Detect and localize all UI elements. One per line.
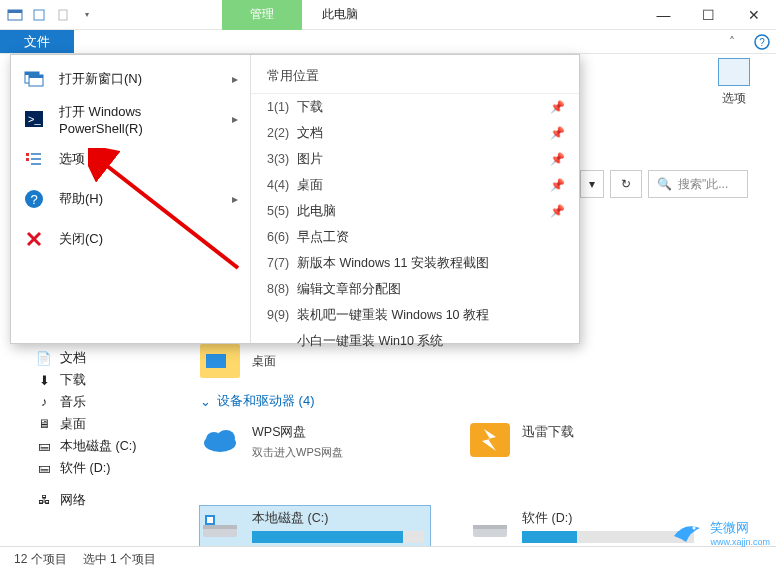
chevron-right-icon: ▸ xyxy=(232,72,238,86)
flyout-item[interactable]: 8(8)编辑文章部分配图 xyxy=(251,276,579,302)
flyout-label: 编辑文章部分配图 xyxy=(297,281,401,298)
ribbon-tab-manage[interactable]: 管理 xyxy=(222,0,302,30)
flyout-item[interactable]: 1(1)下载📌 xyxy=(251,94,579,120)
flyout-item[interactable]: 小白一键重装 Win10 系统 xyxy=(251,328,579,354)
minimize-button[interactable]: — xyxy=(641,0,686,30)
flyout-item[interactable]: 5(5)此电脑📌 xyxy=(251,198,579,224)
flyout-label: 文档 xyxy=(297,125,323,142)
file-item-powershell[interactable]: >_ 打开 Windows PowerShell(R) ▸ xyxy=(11,99,250,139)
file-menu-list: 打开新窗口(N) ▸ >_ 打开 Windows PowerShell(R) ▸… xyxy=(11,55,251,343)
svg-rect-12 xyxy=(26,153,29,156)
flyout-item[interactable]: 9(9)装机吧一键重装 Windows 10 教程 xyxy=(251,302,579,328)
pin-icon: 📌 xyxy=(550,100,565,114)
drive-icon: 🖴 xyxy=(36,460,52,476)
quick-access-toolbar: ▾ xyxy=(0,4,102,26)
nav-item[interactable]: ♪音乐 xyxy=(36,391,186,413)
flyout-label: 下载 xyxy=(297,99,323,116)
folder-label: 桌面 xyxy=(252,353,276,370)
flyout-num: 9(9) xyxy=(267,308,297,322)
svg-rect-3 xyxy=(59,10,67,20)
desktop-icon: 🖥 xyxy=(36,416,52,432)
qat-dropdown-icon[interactable]: ▾ xyxy=(76,4,98,26)
flyout-item[interactable]: 4(4)桌面📌 xyxy=(251,172,579,198)
drive-icon: 🖴 xyxy=(36,438,52,454)
qat-properties-icon[interactable] xyxy=(28,4,50,26)
file-item-label: 打开新窗口(N) xyxy=(59,70,218,88)
new-window-icon xyxy=(23,68,45,90)
maximize-button[interactable]: ☐ xyxy=(686,0,731,30)
drive-item[interactable]: WPS网盘双击进入WPS网盘 xyxy=(200,420,430,466)
status-selection: 选中 1 个项目 xyxy=(83,551,156,568)
collapse-ribbon-icon[interactable]: ˄ xyxy=(716,30,748,53)
flyout-item[interactable]: 6(6)早点工资 xyxy=(251,224,579,250)
drive-icon xyxy=(470,420,510,460)
refresh-button[interactable]: ↻ xyxy=(610,170,642,198)
svg-rect-13 xyxy=(26,158,29,161)
help-icon[interactable]: ? xyxy=(748,30,776,53)
file-item-new-window[interactable]: 打开新窗口(N) ▸ xyxy=(11,59,250,99)
svg-rect-9 xyxy=(29,75,43,78)
flyout-label: 桌面 xyxy=(297,177,323,194)
powershell-icon: >_ xyxy=(23,108,45,130)
nav-item[interactable]: ⬇下载 xyxy=(36,369,186,391)
nav-item[interactable]: 🖴软件 (D:) xyxy=(36,457,186,479)
chevron-down-icon: ⌄ xyxy=(200,394,211,409)
pin-icon: 📌 xyxy=(550,152,565,166)
drive-item[interactable]: 迅雷下载 xyxy=(470,420,700,466)
pin-icon: 📌 xyxy=(550,126,565,140)
ribbon-options[interactable]: 选项 xyxy=(704,58,764,107)
file-item-close[interactable]: 关闭(C) xyxy=(11,219,250,259)
nav-label: 本地磁盘 (C:) xyxy=(60,438,136,455)
nav-label: 网络 xyxy=(60,492,86,509)
drive-name: 本地磁盘 (C:) xyxy=(252,510,424,527)
status-item-count: 12 个项目 xyxy=(14,551,67,568)
section-header-devices[interactable]: ⌄ 设备和驱动器 (4) xyxy=(200,392,766,410)
chevron-right-icon: ▸ xyxy=(232,192,238,206)
flyout-num: 6(6) xyxy=(267,230,297,244)
nav-label: 下载 xyxy=(60,372,86,389)
flyout-item[interactable]: 3(3)图片📌 xyxy=(251,146,579,172)
search-input[interactable]: 🔍 搜索"此... xyxy=(648,170,748,198)
nav-item[interactable]: 🖴本地磁盘 (C:) xyxy=(36,435,186,457)
download-icon: ⬇ xyxy=(36,372,52,388)
address-dropdown[interactable]: ▾ xyxy=(580,170,604,198)
file-item-options[interactable]: 选项 xyxy=(11,139,250,179)
qat-new-icon[interactable] xyxy=(52,4,74,26)
svg-rect-29 xyxy=(207,517,213,523)
flyout-item[interactable]: 2(2)文档📌 xyxy=(251,120,579,146)
addressbar: ▾ ↻ 🔍 搜索"此... xyxy=(580,170,766,198)
music-icon: ♪ xyxy=(36,394,52,410)
svg-rect-2 xyxy=(34,10,44,20)
system-icon[interactable] xyxy=(4,4,26,26)
close-button[interactable]: ✕ xyxy=(731,0,776,30)
capacity-bar xyxy=(522,531,694,543)
file-item-label: 帮助(H) xyxy=(59,190,218,208)
nav-item[interactable]: 🖧网络 xyxy=(36,489,186,511)
network-icon: 🖧 xyxy=(36,492,52,508)
drive-icon xyxy=(200,420,240,460)
flyout-num: 2(2) xyxy=(267,126,297,140)
flyout-label: 小白一键重装 Win10 系统 xyxy=(297,333,443,350)
flyout-num: 1(1) xyxy=(267,100,297,114)
search-placeholder: 搜索"此... xyxy=(678,176,728,193)
flyout-label: 装机吧一键重装 Windows 10 教程 xyxy=(297,307,489,324)
flyout-label: 新版本 Windows 11 安装教程截图 xyxy=(297,255,489,272)
flyout-num: 8(8) xyxy=(267,282,297,296)
file-item-label: 关闭(C) xyxy=(59,230,238,248)
svg-text:>_: >_ xyxy=(28,113,41,125)
titlebar: ▾ 管理 此电脑 — ☐ ✕ xyxy=(0,0,776,30)
file-item-label: 选项 xyxy=(59,150,238,168)
pin-icon: 📌 xyxy=(550,178,565,192)
nav-label: 文档 xyxy=(60,350,86,367)
nav-item[interactable]: 🖥桌面 xyxy=(36,413,186,435)
nav-item[interactable]: 📄文档 xyxy=(36,347,186,369)
close-x-icon xyxy=(23,228,45,250)
logo-icon xyxy=(670,518,706,548)
svg-text:?: ? xyxy=(759,37,765,48)
file-item-help[interactable]: ? 帮助(H) ▸ xyxy=(11,179,250,219)
file-flyout: 常用位置 1(1)下载📌2(2)文档📌3(3)图片📌4(4)桌面📌5(5)此电脑… xyxy=(251,55,579,343)
file-menu-button[interactable]: 文件 xyxy=(0,30,74,53)
flyout-item[interactable]: 7(7)新版本 Windows 11 安装教程截图 xyxy=(251,250,579,276)
svg-rect-1 xyxy=(8,10,22,13)
flyout-num: 3(3) xyxy=(267,152,297,166)
